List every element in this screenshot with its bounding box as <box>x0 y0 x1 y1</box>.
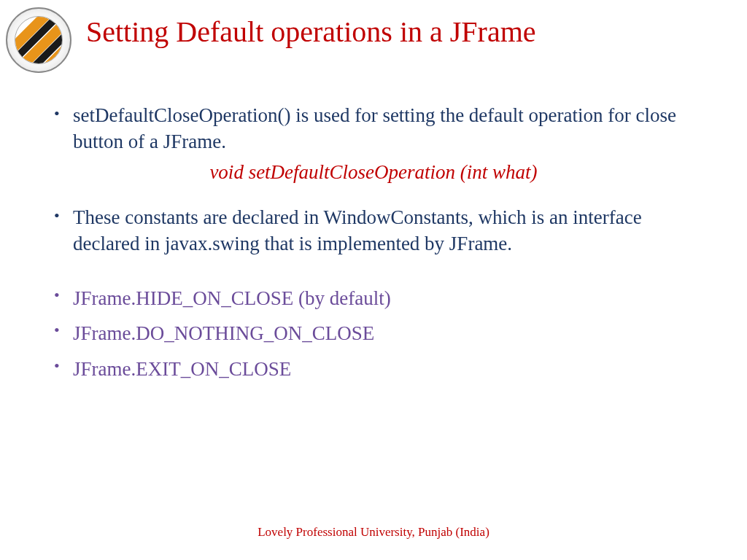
constant-text: JFrame.HIDE_ON_CLOSE (by default) <box>73 287 391 309</box>
list-item: JFrame.EXIT_ON_CLOSE <box>44 354 703 384</box>
list-item: These constants are declared in WindowCo… <box>44 204 703 257</box>
bullet-text: setDefaultCloseOperation() is used for s… <box>73 104 676 152</box>
bullet-text: These constants are declared in WindowCo… <box>73 206 642 254</box>
list-item: setDefaultCloseOperation() is used for s… <box>44 102 703 155</box>
list-item: JFrame.HIDE_ON_CLOSE (by default) <box>44 284 703 314</box>
list-item: JFrame.DO_NOTHING_ON_CLOSE <box>44 319 703 349</box>
university-logo <box>6 7 71 73</box>
constant-text: JFrame.EXIT_ON_CLOSE <box>73 358 291 380</box>
bullet-list: These constants are declared in WindowCo… <box>44 204 703 384</box>
bullet-list: setDefaultCloseOperation() is used for s… <box>44 102 703 155</box>
constant-text: JFrame.DO_NOTHING_ON_CLOSE <box>73 322 374 344</box>
slide-content: setDefaultCloseOperation() is used for s… <box>0 73 747 384</box>
method-signature: void setDefaultCloseOperation (int what) <box>44 161 703 184</box>
slide-header: Setting Default operations in a JFrame <box>0 0 747 73</box>
slide-title: Setting Default operations in a JFrame <box>86 15 536 49</box>
slide-footer: Lovely Professional University, Punjab (… <box>0 525 747 540</box>
